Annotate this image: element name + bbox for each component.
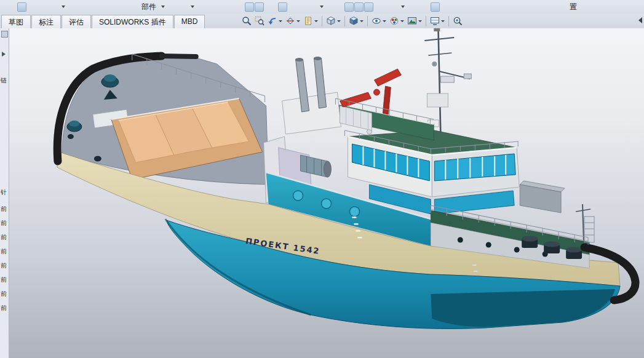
hull-bottom-dark xyxy=(431,289,615,327)
dropdown-arrow-icon xyxy=(337,20,341,22)
dropdown-arrow-icon[interactable] xyxy=(62,6,65,8)
edit-appearance-button[interactable] xyxy=(388,15,405,27)
compass-platform xyxy=(427,93,448,107)
dynamic-annotation-views-button[interactable] xyxy=(302,15,319,27)
zoom-to-area-icon xyxy=(255,16,264,26)
feature-tree-item-partial[interactable]: 前 xyxy=(1,263,7,269)
view-cube-icon xyxy=(326,16,336,26)
apply-scene-button[interactable] xyxy=(406,15,423,27)
dropdown-arrow-icon[interactable] xyxy=(161,6,165,8)
dropdown-arrow-icon xyxy=(314,20,318,22)
headsup-view-toolbar xyxy=(241,14,464,28)
porthole-cover xyxy=(293,191,303,201)
dropdown-arrow-icon[interactable] xyxy=(401,6,405,8)
feature-tree-item-partial[interactable]: 前 xyxy=(1,234,7,241)
ribbon-button-icon[interactable] xyxy=(344,2,354,12)
hawse-hole xyxy=(94,156,101,162)
tugboat-model[interactable]: ПРОЕКТ 1542 xyxy=(9,28,644,358)
porthole xyxy=(458,237,463,243)
stern-ladder xyxy=(584,217,594,242)
previous-view-button[interactable] xyxy=(266,15,284,27)
ribbon-button-icon[interactable] xyxy=(364,2,373,12)
hide-show-items-button[interactable] xyxy=(370,15,388,27)
section-view-icon xyxy=(285,16,295,26)
view-settings-button[interactable] xyxy=(429,15,446,27)
zoom-to-area-button[interactable] xyxy=(253,15,266,27)
solidworks-window: { "ribbon": { "top_partial": { "componen… xyxy=(0,0,644,358)
dropdown-arrow-icon xyxy=(296,20,300,22)
toolbar-separator xyxy=(426,16,426,26)
display-style-icon xyxy=(349,16,359,26)
porthole xyxy=(514,247,520,253)
dropdown-arrow-icon xyxy=(418,20,422,22)
ribbon-right-label[interactable]: 置 xyxy=(570,2,577,12)
display-style-button[interactable] xyxy=(348,15,365,27)
dropdown-arrow-icon xyxy=(441,20,445,22)
annotation-views-icon xyxy=(303,16,313,26)
dropdown-arrow-icon xyxy=(400,20,404,22)
magnifier-button[interactable] xyxy=(451,15,464,27)
dropdown-arrow-icon xyxy=(360,20,364,22)
view-orientation-button[interactable] xyxy=(325,15,342,27)
ribbon-button-icon[interactable] xyxy=(17,2,26,12)
eye-icon xyxy=(372,16,381,26)
hawse-hole xyxy=(68,134,74,139)
feature-tree-item-partial[interactable]: 针 xyxy=(1,189,7,196)
command-manager-tab-row: 草图 标注 评估 SOLIDWORKS 插件 MBD xyxy=(0,14,644,29)
dropdown-arrow-icon xyxy=(383,20,386,22)
scene-icon xyxy=(407,16,417,26)
ribbon-button-icon[interactable] xyxy=(245,2,254,12)
toolbar-separator xyxy=(322,16,322,26)
feature-tree-item-partial[interactable]: 前 xyxy=(1,220,7,226)
feature-tree-item-partial[interactable]: 前 xyxy=(1,305,7,311)
ribbon-button-icon[interactable] xyxy=(354,2,364,12)
dropdown-arrow-icon[interactable] xyxy=(191,6,194,8)
dropdown-arrow-icon xyxy=(279,20,282,22)
toolbar-separator xyxy=(344,16,345,26)
toolbar-separator xyxy=(448,16,449,26)
ribbon-button-icon[interactable] xyxy=(255,2,264,12)
feature-manager-collapsed-panel[interactable]: 链 针 前 前 前 前 前 前 前 前 xyxy=(0,28,9,358)
section-view-button[interactable] xyxy=(284,15,301,27)
porthole xyxy=(486,242,491,248)
dropdown-arrow-icon[interactable] xyxy=(320,6,324,8)
ribbon-partial-row: 部件 置 xyxy=(0,0,644,14)
pane-collapse-arrow[interactable] xyxy=(638,17,642,23)
feature-tree-item-partial[interactable]: 前 xyxy=(1,291,7,297)
appearance-ball-icon xyxy=(389,16,399,26)
previous-view-icon xyxy=(268,16,277,26)
ribbon-component-label[interactable]: 部件 xyxy=(141,2,156,12)
ribbon-button-icon[interactable] xyxy=(278,2,287,12)
main-mast[interactable] xyxy=(424,28,471,132)
feature-tree-item-partial[interactable]: 前 xyxy=(1,249,7,255)
zoom-to-fit-icon xyxy=(242,16,252,26)
zoom-to-fit-button[interactable] xyxy=(241,15,253,27)
toolbar-separator xyxy=(367,16,368,26)
view-settings-icon xyxy=(430,16,440,26)
feature-tree-item-partial[interactable]: 前 xyxy=(1,277,7,283)
assembly-icon xyxy=(1,31,8,38)
3d-viewport[interactable]: ПРОЕКТ 1542 xyxy=(9,28,644,358)
feature-tree-item-partial[interactable]: 链 xyxy=(1,78,7,84)
wheelhouse[interactable] xyxy=(348,93,565,214)
ribbon-button-icon[interactable] xyxy=(431,2,440,12)
porthole-cover xyxy=(322,199,332,209)
expand-panel-arrow-icon[interactable] xyxy=(2,52,6,57)
magnifier-icon xyxy=(453,16,463,26)
feature-tree-item-partial[interactable]: 前 xyxy=(1,206,7,212)
porthole-cover xyxy=(349,207,359,217)
